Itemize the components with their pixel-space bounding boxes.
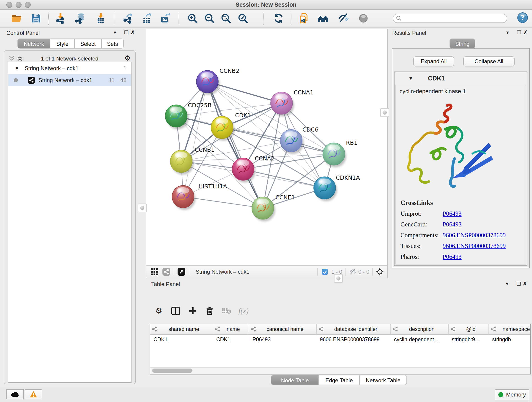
cloud-button[interactable] [6,389,24,399]
zoom-selected-button[interactable] [237,12,249,24]
column-header-namespace[interactable]: namespace [489,324,531,334]
import-network-from-database-button[interactable] [74,12,86,24]
warnings-button[interactable] [25,389,42,399]
toolbar-separator [291,12,291,25]
crosslinks-section: CrossLinks Uniprot:P06493GeneCard:P06493… [400,199,524,260]
open-session-button[interactable] [11,12,22,24]
node-count: 11 [109,77,114,83]
grid-view-icon[interactable] [150,267,159,276]
network-node-CDKN1A[interactable]: CDKN1A [314,174,360,199]
edge-CCNB2-HIST1H1A[interactable] [183,82,207,197]
selection-summary: 1 of 1 Network selected [4,56,135,62]
column-header-@id[interactable]: @id [449,324,489,334]
tab-edge-table[interactable]: Edge Table [319,375,360,385]
tab-network-table[interactable]: Network Table [360,375,407,385]
create-column-plus-icon[interactable] [184,304,201,318]
column-header-name[interactable]: name [213,324,249,334]
crosslink-link[interactable]: 9606.ENSP00000378699 [443,242,506,249]
tab-node-table[interactable]: Node Table [271,375,319,385]
panel-menu-icon[interactable]: ▾ [114,30,116,35]
import-network-from-file-button[interactable] [55,12,66,24]
gear-icon[interactable]: ⚙ [124,54,131,62]
column-header-description[interactable]: description [391,324,449,334]
zoom-out-button[interactable] [203,12,215,24]
selected-checkbox-icon[interactable] [320,267,329,276]
crosslink-link[interactable]: 9606.ENSP00000378699 [443,232,506,239]
crosslink-link[interactable]: P06493 [443,210,462,217]
tab-sets[interactable]: Sets [102,38,124,49]
collapse-section-icon[interactable]: ▼ [408,75,413,81]
network-row[interactable]: String Network – cdk1 11 48 [8,74,131,86]
table-settings-gear-icon[interactable]: ⚙ [150,304,167,318]
function-builder-icon[interactable]: f(x) [235,304,252,318]
detach-view-icon[interactable] [177,267,186,276]
clone-network-button[interactable] [298,12,310,24]
tab-network[interactable]: Network [17,38,51,49]
network-node-CDC6[interactable]: CDC6 [280,126,318,152]
delete-column-trash-icon[interactable] [201,304,218,318]
network-canvas[interactable]: CCNB2CCNA1CDC25BCDK1CDC6RB1CCNB1CCNA2CDK… [146,29,387,266]
table-horizontal-scrollbar[interactable] [150,367,530,374]
panel-menu-icon[interactable]: ▾ [506,30,509,35]
right-splitter-handle[interactable] [380,108,389,117]
hide-unhide-button[interactable] [338,12,350,24]
table-row[interactable]: CDK1CDK1P064939606.ENSP00000378699cyclin… [150,335,530,344]
bottom-splitter-handle[interactable] [334,274,343,283]
houses-button[interactable] [317,12,329,24]
column-header-database-identifier[interactable]: database identifier [317,324,391,334]
float-panel-icon[interactable]: ❑ [517,30,521,35]
import-table-icon [95,13,106,24]
network-collection-row[interactable]: ▼ String Network – cdk1 1 [8,62,131,74]
collection-expander-icon[interactable]: ▼ [15,66,19,71]
search-input[interactable] [402,15,504,22]
memory-button[interactable]: Memory [495,389,529,400]
left-splitter-handle[interactable] [138,204,147,212]
panel-menu-icon[interactable]: ▾ [506,281,508,287]
svg-text:?: ? [521,14,525,22]
tab-select[interactable]: Select [75,38,102,49]
scrollbar-thumb[interactable] [152,369,192,373]
node-label-CCNA1: CCNA1 [294,89,314,96]
close-panel-icon[interactable]: ✗ [523,30,527,35]
hidden-count: 0 - 0 [358,269,369,275]
tab-string[interactable]: String [450,38,475,49]
cell-canonical-name[interactable]: P06493 [249,337,317,343]
export-image-button[interactable] [159,12,171,24]
help-button[interactable]: ? [516,12,529,24]
delete-table-icon[interactable] [218,304,235,318]
cell-database-identifier[interactable]: 9606.ENSP00000378699 [317,337,391,343]
cell-namespace[interactable]: stringdb [489,337,531,343]
cell-@id[interactable]: stringdb:9... [449,337,489,343]
hidden-eye-slash-icon[interactable] [348,267,357,276]
cell-shared-name[interactable]: CDK1 [150,337,213,343]
network-node-RB1[interactable]: RB1 [323,140,357,165]
network-node-HIST1H1A[interactable]: HIST1H1A [172,183,227,208]
refresh-icon [273,13,284,24]
network-view-icon[interactable] [162,267,171,276]
refresh-button[interactable] [273,12,285,24]
search-field[interactable] [393,14,507,23]
save-session-button[interactable] [30,12,42,24]
export-network-button[interactable] [122,12,134,24]
float-panel-icon[interactable]: ❑ [516,281,521,287]
show-eye-button[interactable] [357,12,369,24]
collapse-all-button[interactable]: Collapse All [463,56,515,66]
column-header-shared-name[interactable]: shared name [150,324,213,334]
cell-description[interactable]: cyclin-dependent ... [391,337,449,343]
tab-style[interactable]: Style [51,38,75,49]
show-columns-icon[interactable] [167,304,184,318]
close-panel-icon[interactable]: ✗ [523,281,527,287]
zoom-fit-button[interactable] [220,12,232,24]
cell-name[interactable]: CDK1 [213,337,249,343]
close-panel-icon[interactable]: ✗ [131,30,135,35]
float-panel-icon[interactable]: ❑ [124,30,129,35]
birds-eye-view-icon[interactable] [375,267,385,276]
expand-all-button[interactable]: Expand All [413,56,454,66]
crosslink-link[interactable]: P06493 [443,221,462,228]
import-table-from-file-button[interactable] [95,12,107,24]
gene-section-header[interactable]: ▼ CDK1 [394,73,527,84]
export-table-button[interactable] [141,12,153,24]
crosslink-link[interactable]: P06493 [443,253,462,260]
zoom-in-button[interactable] [186,12,198,24]
column-header-canonical-name[interactable]: canonical name [249,324,317,334]
